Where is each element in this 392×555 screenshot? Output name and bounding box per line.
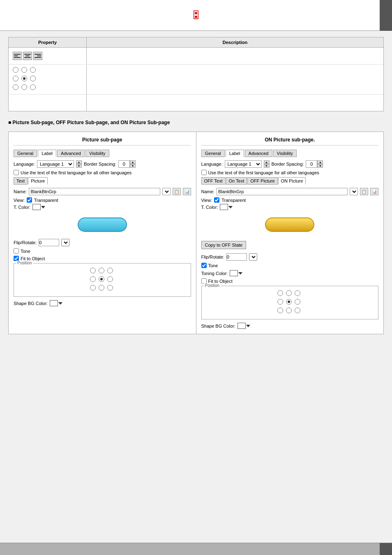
- tab-general-right[interactable]: General: [201, 150, 225, 157]
- pos-radio-8-left[interactable]: [99, 285, 104, 291]
- pos-radio-7-right[interactable]: [277, 308, 283, 313]
- pos-radio-6-right[interactable]: [295, 299, 300, 305]
- name-icon-btn2-left[interactable]: 📊: [183, 188, 191, 195]
- left-panel-title: Picture sub-page: [14, 137, 191, 146]
- sub-tab-picture-left[interactable]: Picture: [28, 177, 48, 185]
- border-spacing-input-left[interactable]: [118, 160, 130, 168]
- t-color-box-left: [32, 204, 41, 210]
- table-header: Property Description: [9, 37, 383, 48]
- view-label-left: View:: [14, 198, 25, 203]
- spinner-up-left[interactable]: ▲: [76, 160, 82, 164]
- radio-2[interactable]: [21, 67, 27, 73]
- picture-preview-right: [263, 214, 316, 235]
- tone-row-right: Tone: [201, 263, 379, 268]
- pos-radio-5-left[interactable]: [99, 276, 104, 282]
- border-spacing-input-right[interactable]: [306, 160, 317, 168]
- align-left-icon[interactable]: [13, 52, 22, 60]
- name-icon-btn1-right[interactable]: 📋: [360, 188, 368, 195]
- pos-radio-6-left[interactable]: [107, 276, 113, 282]
- language-select-right[interactable]: Language 1: [225, 160, 262, 168]
- sub-tab-off-picture[interactable]: OFF Picture: [247, 177, 277, 185]
- pos-radio-2-right[interactable]: [286, 290, 292, 296]
- border-spacing-label-right: Border Spacing:: [272, 162, 304, 166]
- radio-1[interactable]: [13, 67, 18, 73]
- spinner-up-right[interactable]: ▲: [264, 160, 270, 164]
- radio-5[interactable]: [21, 76, 27, 81]
- view-row-right: View: Transparent: [201, 197, 379, 203]
- t-color-swatch-left[interactable]: [32, 204, 45, 210]
- copy-to-off-state-button[interactable]: Copy to OFF State: [201, 241, 247, 249]
- table-row: [9, 95, 383, 111]
- tab-label-left[interactable]: Label: [38, 150, 56, 157]
- left-panel: Picture sub-page General Label Advanced …: [9, 132, 196, 334]
- pos-radio-3-left[interactable]: [107, 268, 113, 273]
- first-language-checkbox-right[interactable]: [201, 170, 207, 175]
- shape-bg-swatch-right[interactable]: [238, 323, 250, 329]
- name-input-right[interactable]: [217, 188, 348, 195]
- pos-radio-7-left[interactable]: [90, 285, 96, 291]
- align-right-icon[interactable]: [33, 52, 42, 60]
- first-language-checkbox-left[interactable]: [14, 170, 19, 175]
- sub-tab-on-text[interactable]: On Text: [226, 177, 247, 185]
- property-table: Property Description: [8, 37, 384, 111]
- border-up-left[interactable]: ▲: [130, 160, 136, 164]
- flip-select-right[interactable]: [249, 253, 257, 261]
- pos-radio-2-left[interactable]: [99, 268, 104, 273]
- flip-input-left[interactable]: [39, 239, 59, 246]
- tab-advanced-left[interactable]: Advanced: [57, 150, 85, 157]
- name-select-right[interactable]: [350, 188, 358, 195]
- toning-color-row-right: Toning Color:: [201, 270, 379, 276]
- pos-radio-5-right[interactable]: [286, 299, 292, 305]
- sub-tab-off-text[interactable]: OFF Text: [201, 177, 226, 185]
- pos-radio-1-left[interactable]: [90, 268, 96, 273]
- pos-radio-1-right[interactable]: [277, 290, 283, 296]
- spinner-down-right[interactable]: ▼: [264, 164, 270, 168]
- flip-select-left[interactable]: [61, 239, 69, 246]
- spinner-down-left[interactable]: ▼: [76, 164, 82, 168]
- radio-3[interactable]: [30, 67, 36, 73]
- language-select-left[interactable]: Language 1: [37, 160, 74, 168]
- transparent-checkbox-right[interactable]: [214, 197, 219, 203]
- language-row-right: Language: Language 1 ▲ ▼ Border Spacing:…: [201, 160, 379, 168]
- sub-tabs-right: OFF Text On Text OFF Picture ON Picture: [201, 177, 379, 185]
- pos-radio-4-left[interactable]: [90, 276, 96, 282]
- tone-checkbox-right[interactable]: [201, 263, 207, 268]
- flip-input-right[interactable]: [226, 253, 247, 261]
- t-color-box-right: [220, 204, 228, 210]
- tab-advanced-right[interactable]: Advanced: [245, 150, 272, 157]
- radio-9[interactable]: [30, 84, 36, 90]
- toning-color-swatch-right[interactable]: [230, 270, 242, 276]
- flip-row-right: Flip/Rotate:: [201, 253, 379, 261]
- tab-label-right[interactable]: Label: [226, 150, 244, 157]
- sub-tab-on-picture[interactable]: ON Picture: [278, 177, 306, 185]
- pos-radio-8-right[interactable]: [286, 308, 292, 313]
- empty-description: [87, 100, 383, 105]
- name-icon-btn2-right[interactable]: 📊: [370, 188, 378, 195]
- shape-bg-swatch-left[interactable]: [50, 300, 62, 306]
- fit-label-left: Fit to Object: [21, 256, 45, 261]
- border-spinner-right: ▲ ▼: [306, 160, 323, 168]
- radio-4[interactable]: [13, 76, 18, 81]
- transparent-checkbox-left[interactable]: [27, 197, 32, 203]
- pos-radio-9-right[interactable]: [295, 308, 300, 313]
- position-legend-left: Position: [16, 261, 33, 265]
- border-down-left[interactable]: ▼: [130, 164, 136, 168]
- border-down-right[interactable]: ▼: [317, 164, 323, 168]
- tone-checkbox-left[interactable]: [14, 248, 19, 254]
- sub-tab-text-left[interactable]: Text: [14, 177, 28, 185]
- tab-visibility-right[interactable]: Visibility: [273, 150, 297, 157]
- radio-6[interactable]: [30, 76, 36, 81]
- tab-visibility-left[interactable]: Visibility: [85, 150, 109, 157]
- radio-7[interactable]: [13, 84, 18, 90]
- pos-radio-3-right[interactable]: [295, 290, 300, 296]
- t-color-swatch-right[interactable]: [220, 204, 233, 210]
- tab-general-left[interactable]: General: [14, 150, 37, 157]
- name-select-left[interactable]: [162, 188, 171, 195]
- pos-radio-4-right[interactable]: [277, 299, 283, 305]
- name-input-left[interactable]: [29, 188, 160, 195]
- pos-radio-9-left[interactable]: [107, 285, 113, 291]
- radio-8[interactable]: [21, 84, 27, 90]
- border-up-right[interactable]: ▲: [317, 160, 323, 164]
- align-center-icon[interactable]: [23, 52, 32, 60]
- name-icon-btn1-left[interactable]: 📋: [173, 188, 181, 195]
